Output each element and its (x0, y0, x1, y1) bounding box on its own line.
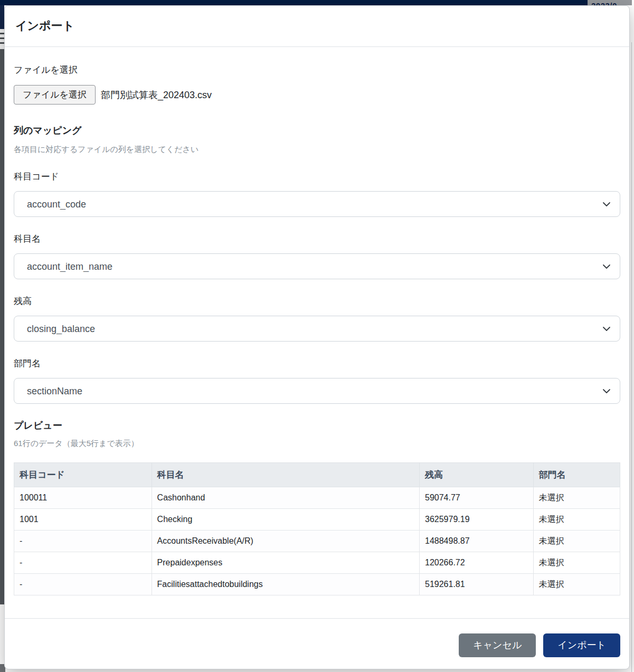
account-name-label: 科目名 (14, 234, 620, 244)
import-button[interactable]: インポート (543, 633, 620, 657)
modal-header: インポート (5, 6, 629, 47)
file-select-label: ファイルを選択 (14, 65, 620, 75)
cell: Facilitiesattachedtobuildings (152, 574, 419, 595)
cell: 未選択 (533, 487, 620, 509)
page-topbar (0, 0, 588, 5)
cell: - (14, 574, 152, 595)
page-scrollbar-edge (631, 42, 632, 672)
cell: 未選択 (533, 509, 620, 531)
cell: AccountsReceivable(A/R) (152, 531, 419, 552)
selected-file-name: 部門別試算表_202403.csv (101, 89, 212, 101)
account-name-select[interactable]: account_item_name (14, 253, 620, 279)
modal-footer: キャンセル インポート (5, 618, 629, 669)
col-header-balance: 残高 (420, 463, 534, 487)
table-row: 1001 Checking 3625979.19 未選択 (14, 509, 620, 531)
cell: 519261.81 (420, 574, 534, 595)
preview-table: 科目コード 科目名 残高 部門名 100011 Cashonhand 59074… (14, 462, 620, 595)
cell: 未選択 (533, 531, 620, 552)
preview-row-count: 61行のデータ（最大5行まで表示） (14, 438, 620, 449)
page-left-edge-sidebar (0, 49, 4, 604)
cell: 120266.72 (420, 552, 534, 574)
cell: Prepaidexpenses (152, 552, 419, 574)
cancel-button[interactable]: キャンセル (459, 633, 536, 657)
cell: - (14, 552, 152, 574)
cell: Cashonhand (152, 487, 419, 509)
mapping-helper-text: 各項目に対応するファイルの列を選択してください (14, 144, 620, 155)
balance-select[interactable]: closing_balance (14, 316, 620, 342)
cell: 3625979.19 (420, 509, 534, 531)
file-select-button[interactable]: ファイルを選択 (14, 85, 96, 105)
field-account-name: 科目名 account_item_name (14, 234, 620, 279)
cell: 100011 (14, 487, 152, 509)
cell: Checking (152, 509, 419, 531)
cell: 1488498.87 (420, 531, 534, 552)
balance-label: 残高 (14, 296, 620, 307)
cell: 59074.77 (420, 487, 534, 509)
col-header-account-code: 科目コード (14, 463, 152, 487)
section-name-select[interactable]: sectionName (14, 378, 620, 404)
cell: 未選択 (533, 574, 620, 595)
hamburger-icon (0, 29, 4, 49)
field-section-name: 部門名 sectionName (14, 358, 620, 404)
preview-section-heading: プレビュー (14, 419, 620, 432)
import-modal: インポート ファイルを選択 ファイルを選択 部門別試算表_202403.csv … (4, 5, 630, 669)
col-header-account-name: 科目名 (152, 463, 419, 487)
table-row: - Facilitiesattachedtobuildings 519261.8… (14, 574, 620, 595)
table-row: 100011 Cashonhand 59074.77 未選択 (14, 487, 620, 509)
col-header-section-name: 部門名 (533, 463, 620, 487)
account-code-label: 科目コード (14, 172, 620, 182)
account-code-select[interactable]: account_code (14, 191, 620, 217)
table-row: - Prepaidexpenses 120266.72 未選択 (14, 552, 620, 574)
table-row: - AccountsReceivable(A/R) 1488498.87 未選択 (14, 531, 620, 552)
section-name-label: 部門名 (14, 358, 620, 369)
page-left-edge-navy (0, 5, 4, 29)
table-header-row: 科目コード 科目名 残高 部門名 (14, 463, 620, 487)
field-balance: 残高 closing_balance (14, 296, 620, 342)
cell: - (14, 531, 152, 552)
clipped-date-field: 2023/0 (588, 0, 632, 5)
field-account-code: 科目コード account_code (14, 172, 620, 217)
mapping-section-heading: 列のマッピング (14, 124, 620, 137)
cell: 1001 (14, 509, 152, 531)
modal-body: ファイルを選択 ファイルを選択 部門別試算表_202403.csv 列のマッピン… (5, 47, 629, 618)
file-input: ファイルを選択 部門別試算表_202403.csv (14, 85, 620, 105)
modal-title: インポート (15, 18, 619, 34)
cell: 未選択 (533, 552, 620, 574)
